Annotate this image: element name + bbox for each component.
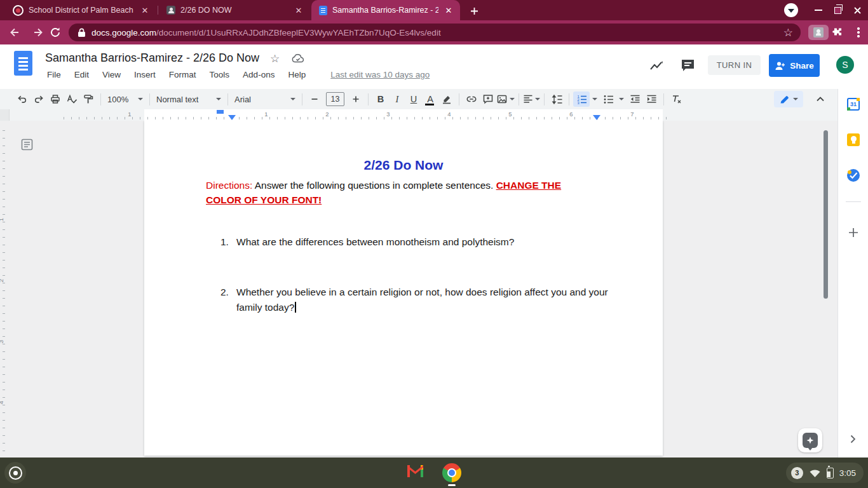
text-cursor bbox=[295, 302, 296, 313]
document-title[interactable]: Samantha Barrios-Ramirez - 2/26 Do Now bbox=[45, 51, 259, 65]
numbered-list-options[interactable] bbox=[590, 92, 600, 107]
share-button[interactable]: Share bbox=[769, 54, 820, 77]
star-document-icon[interactable]: ☆ bbox=[270, 52, 280, 65]
clear-formatting-button[interactable] bbox=[668, 92, 684, 107]
document-stats-button[interactable] bbox=[648, 57, 665, 74]
menu-insert[interactable]: Insert bbox=[134, 70, 156, 79]
hide-menus-button[interactable] bbox=[812, 92, 829, 107]
font-select[interactable]: Arial bbox=[232, 92, 298, 107]
tab-close-icon[interactable]: ✕ bbox=[294, 5, 304, 15]
keep-button[interactable] bbox=[847, 133, 860, 146]
highlight-color-button[interactable] bbox=[438, 92, 455, 107]
tab-close-icon[interactable]: ✕ bbox=[444, 5, 454, 15]
ruler-number: 1 bbox=[264, 111, 268, 118]
menu-format[interactable]: Format bbox=[169, 70, 196, 79]
tab-close-icon[interactable]: ✕ bbox=[140, 5, 150, 15]
insert-link-button[interactable] bbox=[463, 92, 480, 107]
increase-font-size-button[interactable] bbox=[348, 92, 364, 107]
bold-button[interactable]: B bbox=[372, 92, 389, 107]
add-comment-button[interactable] bbox=[480, 92, 496, 107]
bookmark-star-icon[interactable]: ☆ bbox=[783, 26, 793, 39]
svg-text:3: 3 bbox=[577, 100, 580, 104]
menu-view[interactable]: View bbox=[102, 70, 121, 79]
undo-button[interactable] bbox=[14, 92, 31, 107]
hide-side-panel-button[interactable] bbox=[846, 432, 861, 447]
bulleted-list-options[interactable] bbox=[616, 92, 627, 107]
align-button[interactable] bbox=[523, 92, 540, 107]
decrease-font-size-button[interactable] bbox=[306, 92, 323, 107]
document-page[interactable]: 2/26 Do Now Directions: Answer the follo… bbox=[144, 121, 663, 456]
vertical-scrollbar[interactable] bbox=[824, 130, 828, 299]
browser-menu-button[interactable] bbox=[852, 26, 865, 39]
first-line-indent-marker[interactable] bbox=[217, 110, 224, 114]
question-text: What are the differences between monothe… bbox=[236, 236, 514, 247]
left-indent-marker[interactable] bbox=[228, 115, 236, 120]
underline-button[interactable]: U bbox=[405, 92, 422, 107]
extensions-button[interactable] bbox=[830, 25, 845, 40]
insert-image-button[interactable] bbox=[496, 92, 515, 107]
menu-file[interactable]: File bbox=[47, 70, 61, 79]
menu-edit[interactable]: Edit bbox=[74, 70, 89, 79]
chevron-right-icon bbox=[846, 432, 860, 446]
window-close-button[interactable] bbox=[850, 3, 865, 18]
back-button[interactable] bbox=[7, 25, 22, 40]
editing-mode-button[interactable] bbox=[774, 91, 803, 107]
document-canvas: 1 2 3 4 2/26 Do Now Directions: Answer t… bbox=[0, 121, 837, 458]
launcher-button[interactable] bbox=[4, 462, 26, 484]
address-bar[interactable]: docs.google.com/document/d/1UsuRRxAJDdhZ… bbox=[69, 24, 801, 41]
tasks-button[interactable] bbox=[847, 169, 860, 182]
paragraph-style-select[interactable]: Normal text bbox=[154, 92, 224, 107]
browser-toolbar: docs.google.com/document/d/1UsuRRxAJDdhZ… bbox=[0, 20, 868, 44]
link-icon bbox=[466, 93, 477, 105]
open-comments-button[interactable] bbox=[680, 57, 696, 74]
get-addons-button[interactable] bbox=[846, 226, 860, 240]
gmail-shelf-button[interactable] bbox=[407, 464, 424, 478]
browser-tab-strip: School District of Palm Beach Co ✕ 2/26 … bbox=[0, 0, 868, 20]
status-tray[interactable]: 3 3:05 bbox=[786, 463, 864, 483]
window-restore-button[interactable] bbox=[830, 3, 845, 18]
tab-school-district[interactable]: School District of Palm Beach Co ✕ bbox=[5, 0, 156, 20]
redo-button[interactable] bbox=[31, 92, 47, 107]
window-minimize-button[interactable] bbox=[811, 3, 826, 18]
docs-header: Samantha Barrios-Ramirez - 2/26 Do Now ☆… bbox=[0, 44, 868, 89]
bulleted-list-button[interactable] bbox=[600, 92, 616, 107]
turn-in-button[interactable]: TURN IN bbox=[708, 55, 761, 75]
menu-tools[interactable]: Tools bbox=[210, 70, 230, 79]
font-size-input[interactable]: 13 bbox=[326, 92, 344, 106]
restore-icon bbox=[834, 7, 841, 14]
print-button[interactable] bbox=[47, 92, 64, 107]
horizontal-ruler[interactable]: 1 1 2 3 4 5 6 7 bbox=[0, 109, 837, 121]
calendar-icon: 31 bbox=[850, 101, 857, 107]
window-profile-button[interactable] bbox=[783, 3, 799, 18]
menu-help[interactable]: Help bbox=[288, 70, 306, 79]
tab-active-docs[interactable]: Samantha Barrios-Ramirez - 2/2 ✕ bbox=[311, 0, 460, 20]
line-spacing-button[interactable] bbox=[548, 92, 565, 107]
question-text: Whether you believe in a certain religio… bbox=[236, 287, 608, 313]
calendar-button[interactable]: 31 bbox=[847, 98, 860, 111]
reload-button[interactable] bbox=[48, 25, 63, 40]
italic-button[interactable]: I bbox=[389, 92, 405, 107]
account-avatar[interactable]: S bbox=[836, 56, 854, 74]
right-indent-marker[interactable] bbox=[593, 115, 600, 120]
decrease-indent-button[interactable] bbox=[627, 92, 643, 107]
document-saved-cloud-icon[interactable] bbox=[292, 53, 304, 64]
paint-format-button[interactable] bbox=[80, 92, 97, 107]
text-color-button[interactable]: A bbox=[422, 92, 438, 107]
chrome-shelf-button[interactable] bbox=[442, 463, 461, 482]
numbered-list-button[interactable]: 123 bbox=[573, 92, 590, 107]
ruler-number: 1 bbox=[128, 111, 131, 118]
last-edit-link[interactable]: Last edit was 10 days ago bbox=[330, 70, 430, 79]
forward-button[interactable] bbox=[31, 25, 46, 40]
google-docs-logo[interactable] bbox=[14, 51, 32, 76]
highlighter-icon bbox=[441, 93, 452, 105]
tab-do-now[interactable]: 2/26 DO NOW ✕ bbox=[159, 0, 310, 20]
spelling-check-button[interactable] bbox=[64, 92, 80, 107]
explore-button[interactable] bbox=[798, 428, 822, 452]
zoom-select[interactable]: 100% bbox=[105, 92, 146, 107]
show-outline-button[interactable] bbox=[21, 139, 34, 151]
menu-addons[interactable]: Add-ons bbox=[243, 70, 275, 79]
extension-chip-button[interactable] bbox=[808, 25, 829, 40]
new-tab-button[interactable] bbox=[466, 3, 482, 18]
docs-toolbar: 100% Normal text Arial 13 B I U A bbox=[0, 89, 837, 109]
increase-indent-button[interactable] bbox=[643, 92, 660, 107]
